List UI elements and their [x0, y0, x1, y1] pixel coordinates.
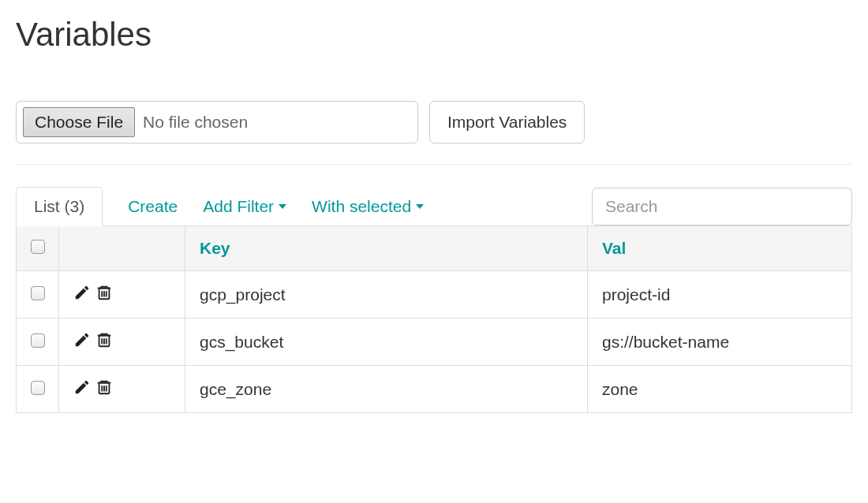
edit-icon[interactable] — [73, 378, 91, 396]
add-filter-dropdown[interactable]: Add Filter — [203, 197, 286, 216]
row-actions-cell — [59, 319, 185, 366]
table-row: gcp_project project-id — [17, 271, 852, 319]
cell-val: zone — [588, 366, 852, 413]
file-status-text: No file chosen — [143, 113, 248, 132]
caret-down-icon — [279, 204, 286, 209]
select-all-checkbox[interactable] — [31, 240, 45, 254]
with-selected-dropdown[interactable]: With selected — [312, 197, 424, 216]
delete-icon[interactable] — [95, 331, 113, 348]
divider — [16, 164, 852, 165]
row-checkbox[interactable] — [31, 381, 45, 395]
search-input[interactable] — [592, 188, 852, 225]
caret-down-icon — [416, 204, 424, 209]
page-title: Variables — [16, 16, 852, 54]
file-import-row: Choose File No file chosen Import Variab… — [16, 101, 852, 143]
edit-icon[interactable] — [73, 331, 91, 348]
cell-val: project-id — [588, 271, 852, 319]
import-variables-button[interactable]: Import Variables — [429, 101, 585, 143]
with-selected-label: With selected — [312, 197, 411, 216]
row-checkbox[interactable] — [31, 286, 45, 300]
row-actions-cell — [59, 271, 185, 319]
header-checkbox-cell — [17, 226, 59, 271]
row-checkbox[interactable] — [31, 333, 45, 348]
row-actions-cell — [59, 366, 185, 413]
file-picker: Choose File No file chosen — [16, 101, 418, 143]
cell-val: gs://bucket-name — [588, 319, 852, 366]
header-val[interactable]: Val — [588, 226, 852, 271]
cell-key: gcp_project — [185, 271, 588, 319]
add-filter-label: Add Filter — [203, 197, 274, 216]
search-wrap — [592, 188, 852, 225]
tab-list[interactable]: List (3) — [16, 187, 103, 226]
header-key[interactable]: Key — [185, 226, 588, 271]
delete-icon[interactable] — [95, 284, 113, 301]
table-row: gcs_bucket gs://bucket-name — [17, 319, 852, 366]
cell-key: gcs_bucket — [185, 319, 588, 366]
variables-table: Key Val gcp_project project-id — [16, 225, 852, 413]
header-actions-cell — [59, 226, 185, 271]
row-checkbox-cell — [17, 271, 59, 319]
create-link[interactable]: Create — [128, 197, 178, 216]
choose-file-button[interactable]: Choose File — [23, 107, 135, 137]
cell-key: gce_zone — [185, 366, 588, 413]
row-checkbox-cell — [17, 319, 59, 366]
toolbar: List (3) Create Add Filter With selected — [16, 187, 852, 226]
table-row: gce_zone zone — [17, 366, 852, 413]
edit-icon[interactable] — [73, 284, 91, 301]
delete-icon[interactable] — [95, 378, 113, 396]
row-checkbox-cell — [17, 366, 59, 413]
